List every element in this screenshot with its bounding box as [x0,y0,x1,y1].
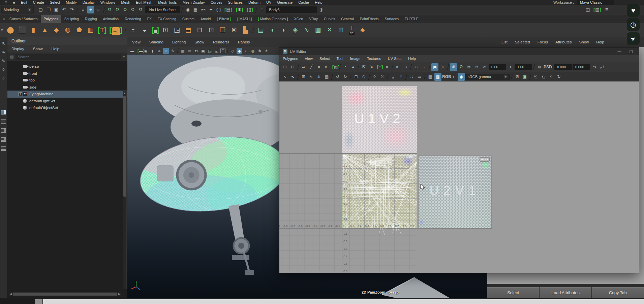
attr-menu-help[interactable]: Help [596,40,604,44]
outliner-item-defaultObjectSet[interactable]: defaultObjectSet [7,104,127,111]
rgb-channels-icon[interactable]: RGB [442,73,449,81]
snap-stack-icon[interactable]: ⌗ [384,63,391,71]
snap-curve-icon[interactable]: Ω [114,6,121,13]
image-display-icon[interactable]: ▣ [431,63,438,71]
attr-menu-attributes[interactable]: Attributes [555,40,572,44]
field-chart-icon[interactable]: ◲ [207,48,213,54]
menu-edit[interactable]: Edit [21,0,27,5]
symmetrize-icon[interactable]: ➦ [300,63,307,71]
layout-outliner-pane-icon[interactable] [1,146,6,151]
cut-tool-icon[interactable]: ╱ [308,63,315,71]
move-uv-shell-icon[interactable]: ⊡ [289,63,296,71]
copy-icon[interactable]: ⎘ [532,73,539,81]
menu-e[interactable]: e [13,0,15,5]
live-surface-field[interactable]: No Live Surface [145,6,180,13]
shelf-tab-surfaces[interactable]: Surfaces [382,15,401,23]
uv-menu-select[interactable]: Select [319,57,330,61]
viewport-menu-show[interactable]: Show [194,40,204,44]
shelf-menu-icon[interactable]: ≡ [1,17,6,21]
snap-plane-icon[interactable]: Ω [129,6,136,13]
target-weld-icon[interactable]: ⊠ [229,25,239,35]
unitize-icon[interactable]: ▭ [416,73,423,81]
frame-selected-icon[interactable]: ⊟ [352,73,360,81]
menu-curves[interactable]: Curves [211,0,222,5]
menu-windows[interactable]: Windows [100,0,116,5]
copy-tab-button[interactable]: Copy Tab [592,287,644,298]
rotate-left-icon[interactable]: ↺ [334,73,341,81]
select-button[interactable]: Select [487,287,539,298]
smooth-icon[interactable]: ⬒ [183,25,193,35]
boolean-difference-icon[interactable]: ◒ [140,25,150,35]
render-current-frame-icon[interactable]: ▦ [192,6,199,13]
refresh-values-icon[interactable]: ⟲ [591,63,598,71]
delete-uv-icon[interactable]: ✕ [315,63,323,71]
undo-icon[interactable]: ↶ [61,6,67,13]
camera-bookmark-icon[interactable]: ▬ [136,48,142,54]
paint-effects-icon[interactable]: ▤ [223,6,234,13]
menu-help[interactable]: Help [315,0,323,5]
shelf-tab-fx-caching[interactable]: FX Caching [155,15,179,23]
send-icon[interactable]: ➤ [627,32,640,45]
checker-display-icon[interactable]: ▩ [434,73,441,81]
cp-tool-icon[interactable]: CP [347,25,356,35]
transfer-attributes-icon[interactable]: ⁘ [548,73,555,81]
shadows-icon[interactable]: ☀ [264,48,269,54]
menu-surfaces[interactable]: Surfaces [228,0,243,5]
align-min-icon[interactable]: ⇤ [394,63,401,71]
copy-uvs-icon[interactable]: ⁘ [371,73,378,81]
render-view-icon[interactable]: ◉ [184,6,191,13]
expand-icon[interactable]: + [19,92,22,96]
occlusion-icon[interactable]: · [270,48,276,54]
automatic-mapping-icon[interactable]: ◈ [290,25,300,35]
isolate-select-icon[interactable]: ▦ [323,73,330,81]
move-tool-icon[interactable]: ⌖ [87,6,94,13]
poly-cone-icon[interactable]: ▲ [40,25,50,35]
new-scene-icon[interactable]: ▢ [37,6,44,13]
shelf-tab-fx[interactable]: FX [145,15,154,23]
bookmark-icon[interactable]: ▮ [150,48,155,54]
menu-uv[interactable]: UV [266,0,271,5]
textured-icon[interactable]: ◍ [250,48,256,54]
poly-cube-icon[interactable]: ⬛ [17,25,27,35]
snap-grid-icon[interactable]: Ω [106,6,113,13]
ipr-render-icon[interactable]: IPR [200,6,207,13]
node-editor-icon[interactable]: ✱ [235,6,245,13]
outliner-item-top[interactable]: top [7,77,127,84]
exposure-field[interactable]: 0.00 [489,64,506,70]
shelf-tab-rigging[interactable]: Rigging [82,15,100,23]
use-all-lights-icon[interactable]: ❋ [257,48,263,54]
viewport-menu-view[interactable]: View [132,40,141,44]
content-browser-icon[interactable]: ▯ [246,6,254,13]
save-scene-icon[interactable]: ▣ [53,6,60,13]
outliner-item-side[interactable]: side [7,84,127,91]
stack-shells-icon[interactable]: ≡ [376,63,383,71]
extract-icon[interactable]: ⊞ [160,25,171,35]
shelf-tab-curves-surfaces[interactable]: Curves / Surfaces [7,15,40,23]
tile-grid-icon[interactable]: ▦ [427,73,434,81]
scrollbar-thumb[interactable] [13,293,117,296]
shelf-tab-curves[interactable]: Curves [321,15,338,23]
open-scene-icon[interactable]: ❐ [45,6,52,13]
viewport-menu-shading[interactable]: Shading [149,40,163,44]
shelf-tab-sculpting[interactable]: Sculpting [62,15,82,23]
shelf-tab-arnold[interactable]: Arnold [198,15,213,23]
menu-cache[interactable]: Cache [298,0,309,5]
tweak-uv-icon[interactable]: ⊞ [300,73,307,81]
attr-menu-selected[interactable]: Selected [515,40,530,44]
layout-two-pane-icon[interactable] [1,110,6,114]
shelf-tab-general[interactable]: General [338,15,356,23]
menu-edit-mesh[interactable]: Edit Mesh [136,0,152,5]
orient-shell-icon[interactable]: ⇲ [368,63,375,71]
v-coord-field[interactable]: 0.000 [573,64,590,70]
resolution-gate-icon[interactable]: ◘ [193,48,199,54]
viewport-menu-renderer[interactable]: Renderer [213,40,229,44]
select-tool-icon[interactable]: ⌯ [80,6,86,13]
character-controls-icon[interactable]: ▥ [592,6,603,13]
menu-generate[interactable]: Generate [277,0,293,5]
heart-icon[interactable]: ♥ [627,4,640,17]
rotate-tool-icon[interactable]: ◌ [0,74,7,83]
projection-icon[interactable]: ⬥ [358,25,368,35]
grab-brush-icon[interactable]: ▨ [331,63,338,71]
menu-mesh-tools[interactable]: Mesh Tools [158,0,177,5]
object-name-field[interactable]: Body6 [266,6,317,13]
